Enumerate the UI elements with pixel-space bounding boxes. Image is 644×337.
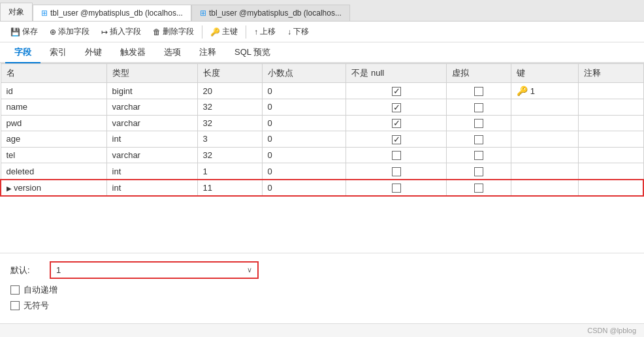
- field-comment-cell: [579, 147, 643, 163]
- subtab-sql-preview[interactable]: SQL 预览: [225, 42, 280, 63]
- auto-increment-label: 自动递增: [24, 284, 57, 296]
- virtual-checkbox[interactable]: [474, 167, 483, 176]
- field-decimal-cell: 0: [262, 147, 346, 163]
- tab-tbl-user-2[interactable]: ⊞ tbl_user @mybatisplus_db (localhos...: [191, 5, 350, 21]
- default-field-row: 默认: 1 ∨: [10, 261, 634, 279]
- tab-objects[interactable]: 对象: [0, 3, 33, 21]
- col-header-name: 名: [1, 64, 106, 83]
- save-icon: 💾: [10, 27, 20, 37]
- virtual-checkbox[interactable]: [474, 87, 483, 96]
- field-length-cell: 20: [197, 83, 262, 99]
- default-select-wrapper[interactable]: 1 ∨: [50, 261, 259, 279]
- field-decimal-cell: 0: [262, 180, 346, 197]
- col-header-decimal: 小数点: [262, 64, 346, 83]
- field-type-cell: bigint: [106, 83, 197, 99]
- virtual-checkbox[interactable]: [474, 135, 483, 144]
- field-key-cell: 🔑 1: [511, 83, 579, 99]
- field-decimal-cell: 0: [262, 83, 346, 99]
- not-null-checkbox[interactable]: [392, 151, 401, 160]
- field-notnull-cell[interactable]: [346, 83, 447, 99]
- insert-field-button[interactable]: ↦ 插入字段: [96, 24, 146, 39]
- not-null-checkbox[interactable]: [392, 103, 401, 112]
- field-comment-cell: [579, 180, 643, 197]
- virtual-checkbox[interactable]: [474, 184, 483, 193]
- field-decimal-cell: 0: [262, 131, 346, 148]
- field-type-cell: int: [106, 163, 197, 180]
- field-notnull-cell[interactable]: [346, 115, 447, 131]
- field-comment-cell: [579, 131, 643, 148]
- table-row[interactable]: deletedint10: [1, 163, 643, 180]
- delete-field-label: 删除字段: [163, 26, 194, 37]
- auto-increment-checkbox[interactable]: [10, 285, 20, 295]
- save-button[interactable]: 💾 保存: [5, 24, 43, 39]
- subtab-comment[interactable]: 注释: [190, 42, 225, 63]
- separator-2: [246, 25, 246, 39]
- field-virtual-cell[interactable]: [447, 115, 511, 131]
- virtual-checkbox[interactable]: [474, 103, 483, 112]
- field-virtual-cell[interactable]: [447, 83, 511, 99]
- field-notnull-cell[interactable]: [346, 131, 447, 148]
- primary-key-icon: 🔑: [210, 27, 220, 37]
- field-virtual-cell[interactable]: [447, 147, 511, 163]
- field-table: 名 类型 长度 小数点 不是 null 虚拟 键 注释 idbigint200🔑…: [0, 63, 644, 197]
- save-label: 保存: [22, 26, 38, 37]
- not-null-checkbox[interactable]: [392, 135, 401, 144]
- subtab-foreign-key[interactable]: 外键: [76, 42, 111, 63]
- field-virtual-cell[interactable]: [447, 99, 511, 116]
- field-key-cell: [511, 147, 579, 163]
- subtab-options[interactable]: 选项: [155, 42, 190, 63]
- delete-field-button[interactable]: 🗑 删除字段: [148, 24, 199, 39]
- key-value: 1: [528, 86, 535, 96]
- field-key-cell: [511, 131, 579, 148]
- field-length-cell: 1: [197, 163, 262, 180]
- not-null-checkbox[interactable]: [392, 87, 401, 96]
- main-content: 名 类型 长度 小数点 不是 null 虚拟 键 注释 idbigint200🔑…: [0, 63, 644, 253]
- table-icon-1: ⊞: [41, 8, 48, 18]
- virtual-checkbox[interactable]: [474, 119, 483, 128]
- auto-increment-row: 自动递增: [10, 284, 634, 296]
- field-length-cell: 3: [197, 131, 262, 148]
- move-down-icon: ↓: [287, 27, 291, 37]
- subtab-trigger[interactable]: 触发器: [111, 42, 155, 63]
- tab-tbl-user-1[interactable]: ⊞ tbl_user @mybatisplus_db (localhos...: [33, 5, 191, 21]
- field-virtual-cell[interactable]: [447, 180, 511, 197]
- not-null-checkbox[interactable]: [392, 167, 401, 176]
- field-decimal-cell: 0: [262, 163, 346, 180]
- not-null-checkbox[interactable]: [392, 184, 401, 193]
- field-name-cell: age: [1, 131, 106, 148]
- table-row[interactable]: idbigint200🔑 1: [1, 83, 643, 99]
- col-header-comment: 注释: [579, 64, 643, 83]
- field-notnull-cell[interactable]: [346, 147, 447, 163]
- field-notnull-cell[interactable]: [346, 163, 447, 180]
- field-notnull-cell[interactable]: [346, 180, 447, 197]
- primary-key-button[interactable]: 🔑 主键: [205, 24, 243, 39]
- bottom-panel: 默认: 1 ∨ 自动递增 无符号: [0, 253, 644, 323]
- field-virtual-cell[interactable]: [447, 131, 511, 148]
- table-row[interactable]: ▶versionint110: [1, 180, 643, 197]
- table-row[interactable]: pwdvarchar320: [1, 115, 643, 131]
- unsigned-row: 无符号: [10, 300, 634, 312]
- field-notnull-cell[interactable]: [346, 99, 447, 116]
- key-icon: 🔑: [517, 86, 528, 96]
- field-length-cell: 32: [197, 115, 262, 131]
- table-row[interactable]: ageint30: [1, 131, 643, 148]
- add-field-button[interactable]: ⊕ 添加字段: [44, 24, 95, 39]
- col-header-not-null: 不是 null: [346, 64, 447, 83]
- not-null-checkbox[interactable]: [392, 119, 401, 128]
- default-select-value: 1: [51, 263, 242, 278]
- move-up-label: 上移: [260, 26, 276, 37]
- subtab-index[interactable]: 索引: [40, 42, 76, 63]
- field-key-cell: [511, 99, 579, 116]
- field-name-cell: name: [1, 99, 106, 116]
- move-down-button[interactable]: ↓ 下移: [282, 24, 314, 39]
- col-header-virtual: 虚拟: [447, 64, 511, 83]
- move-up-button[interactable]: ↑ 上移: [249, 24, 281, 39]
- insert-field-label: 插入字段: [110, 26, 141, 37]
- virtual-checkbox[interactable]: [474, 151, 483, 160]
- unsigned-checkbox[interactable]: [10, 301, 20, 310]
- subtab-fields[interactable]: 字段: [5, 42, 40, 63]
- table-row[interactable]: telvarchar320: [1, 147, 643, 163]
- table-row[interactable]: namevarchar320: [1, 99, 643, 116]
- field-virtual-cell[interactable]: [447, 163, 511, 180]
- main-window: 对象 ⊞ tbl_user @mybatisplus_db (localhos.…: [0, 0, 644, 337]
